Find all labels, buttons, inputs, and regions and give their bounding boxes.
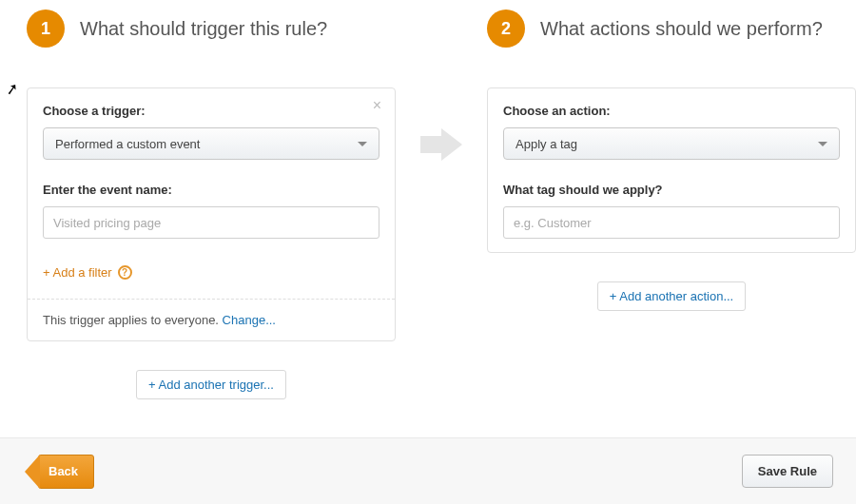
step2-header: 2 What actions should we perform? bbox=[487, 0, 856, 57]
arrow-right-icon bbox=[420, 128, 462, 161]
tag-label: What tag should we apply? bbox=[503, 183, 840, 197]
step2-column: 2 What actions should we perform? Choose… bbox=[487, 0, 856, 311]
action-label: Choose an action: bbox=[503, 104, 840, 118]
tag-input[interactable] bbox=[503, 206, 840, 239]
step1-column: 1 What should trigger this rule? × Choos… bbox=[27, 0, 396, 399]
page-root: ➚ 1 What should trigger this rule? × Cho… bbox=[0, 0, 856, 504]
applies-text: This trigger applies to everyone. bbox=[43, 313, 223, 327]
trigger-separator bbox=[28, 299, 395, 300]
step2-badge: 2 bbox=[487, 10, 525, 48]
back-button[interactable]: Back bbox=[38, 455, 94, 489]
change-audience-link[interactable]: Change... bbox=[223, 313, 276, 327]
save-rule-button[interactable]: Save Rule bbox=[742, 455, 833, 488]
add-another-action-button[interactable]: + Add another action... bbox=[597, 281, 746, 311]
action-card: Choose an action: Apply a tag What tag s… bbox=[487, 87, 856, 253]
chevron-down-icon bbox=[818, 142, 827, 146]
add-filter-link[interactable]: + Add a filter bbox=[43, 265, 112, 280]
step-arrow-container bbox=[396, 0, 487, 161]
help-icon[interactable]: ? bbox=[118, 265, 132, 280]
chevron-down-icon bbox=[358, 142, 367, 146]
columns: 1 What should trigger this rule? × Choos… bbox=[0, 0, 856, 399]
trigger-select[interactable]: Performed a custom event bbox=[43, 127, 379, 160]
event-name-label: Enter the event name: bbox=[43, 183, 379, 197]
step1-title: What should trigger this rule? bbox=[80, 18, 327, 40]
svg-marker-0 bbox=[420, 128, 462, 161]
add-filter-row: + Add a filter ? bbox=[43, 265, 379, 280]
footer-bar: Back Save Rule bbox=[0, 437, 856, 504]
trigger-label: Choose a trigger: bbox=[43, 104, 379, 118]
add-another-trigger-button[interactable]: + Add another trigger... bbox=[136, 370, 286, 399]
trigger-select-value: Performed a custom event bbox=[55, 137, 200, 151]
step1-header: 1 What should trigger this rule? bbox=[27, 0, 396, 57]
back-button-label: Back bbox=[49, 464, 78, 478]
event-name-input[interactable] bbox=[43, 206, 379, 239]
step1-badge: 1 bbox=[27, 10, 65, 48]
step2-title: What actions should we perform? bbox=[540, 18, 823, 40]
action-select[interactable]: Apply a tag bbox=[503, 127, 840, 160]
close-icon[interactable]: × bbox=[373, 98, 381, 113]
trigger-card: × Choose a trigger: Performed a custom e… bbox=[27, 87, 396, 341]
applies-row: This trigger applies to everyone. Change… bbox=[43, 313, 379, 327]
action-select-value: Apply a tag bbox=[516, 137, 577, 151]
